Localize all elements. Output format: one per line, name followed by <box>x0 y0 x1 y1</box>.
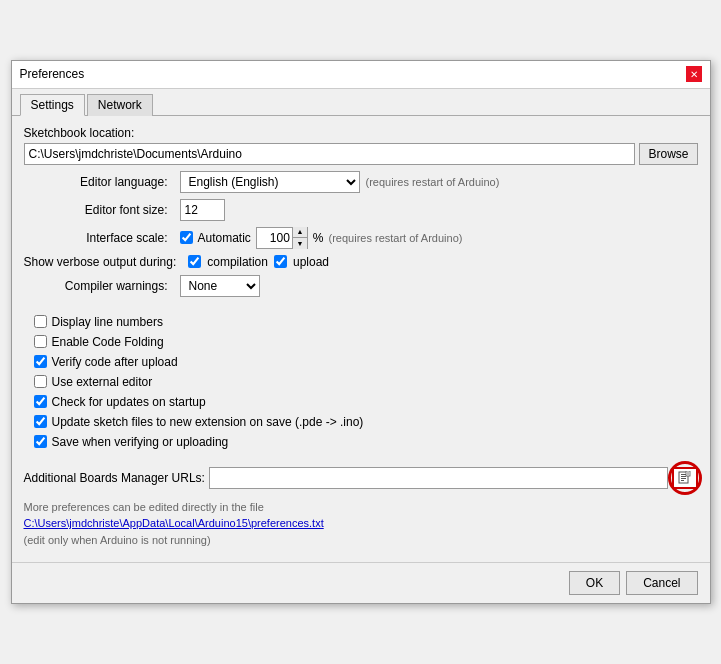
settings-content: Sketchbook location: Browse Editor langu… <box>12 116 710 559</box>
editor-font-input[interactable] <box>180 199 225 221</box>
tab-network[interactable]: Network <box>87 94 153 116</box>
interface-scale-label: Interface scale: <box>24 231 174 245</box>
verify-upload-row: Verify code after upload <box>24 355 698 369</box>
update-sketch-checkbox[interactable] <box>34 415 47 428</box>
code-folding-checkbox[interactable] <box>34 335 47 348</box>
additional-urls-button[interactable] <box>672 467 698 489</box>
pref-line1: More preferences can be edited directly … <box>24 499 698 516</box>
editor-font-label: Editor font size: <box>24 203 174 217</box>
save-verifying-label: Save when verifying or uploading <box>52 435 229 449</box>
save-verifying-row: Save when verifying or uploading <box>24 435 698 449</box>
close-button[interactable]: ✕ <box>686 66 702 82</box>
compilation-label: compilation <box>207 255 268 269</box>
spin-down-button[interactable]: ▼ <box>293 238 307 249</box>
urls-wrapper <box>209 467 698 489</box>
sketchbook-section: Sketchbook location: Browse <box>24 126 698 165</box>
scale-input[interactable] <box>257 228 292 248</box>
ok-button[interactable]: OK <box>569 571 620 595</box>
display-line-checkbox[interactable] <box>34 315 47 328</box>
dialog-title: Preferences <box>20 67 85 81</box>
check-updates-row: Check for updates on startup <box>24 395 698 409</box>
tabs-bar: Settings Network <box>12 89 710 116</box>
scale-unit: % <box>313 231 324 245</box>
sketchbook-label: Sketchbook location: <box>24 126 698 140</box>
title-bar: Preferences ✕ <box>12 61 710 89</box>
external-editor-row: Use external editor <box>24 375 698 389</box>
editor-language-note: (requires restart of Arduino) <box>366 176 500 188</box>
code-folding-row: Enable Code Folding <box>24 335 698 349</box>
display-line-row: Display line numbers <box>24 315 698 329</box>
pref-line3: (edit only when Arduino is not running) <box>24 532 698 549</box>
sketchbook-input-row: Browse <box>24 143 698 165</box>
upload-checkbox[interactable] <box>274 255 287 268</box>
scale-controls: Automatic ▲ ▼ % (requires restart of Ard… <box>180 227 463 249</box>
editor-language-row: Editor language: English (English) (requ… <box>24 171 698 193</box>
code-folding-label: Enable Code Folding <box>52 335 164 349</box>
update-sketch-row: Update sketch files to new extension on … <box>24 415 698 429</box>
pref-file-info: More preferences can be edited directly … <box>24 495 698 549</box>
editor-font-row: Editor font size: <box>24 199 698 221</box>
verify-upload-label: Verify code after upload <box>52 355 178 369</box>
preferences-dialog: Preferences ✕ Settings Network Sketchboo… <box>11 60 711 605</box>
cancel-button[interactable]: Cancel <box>626 571 697 595</box>
svg-rect-2 <box>681 476 686 477</box>
additional-urls-row: Additional Boards Manager URLs: <box>24 467 698 489</box>
verify-upload-checkbox[interactable] <box>34 355 47 368</box>
external-editor-checkbox[interactable] <box>34 375 47 388</box>
browse-button[interactable]: Browse <box>639 143 697 165</box>
spin-buttons: ▲ ▼ <box>292 227 307 249</box>
pref-file-path[interactable]: C:\Users\jmdchriste\AppData\Local\Arduin… <box>24 515 698 532</box>
interface-scale-row: Interface scale: Automatic ▲ ▼ % (requir… <box>24 227 698 249</box>
compilation-checkbox[interactable] <box>188 255 201 268</box>
verbose-label: Show verbose output during: <box>24 255 183 269</box>
spin-up-button[interactable]: ▲ <box>293 227 307 238</box>
compiler-warnings-label: Compiler warnings: <box>24 279 174 293</box>
additional-urls-label: Additional Boards Manager URLs: <box>24 471 205 485</box>
automatic-label: Automatic <box>198 231 251 245</box>
compiler-warnings-select[interactable]: None Default More All <box>180 275 260 297</box>
check-updates-checkbox[interactable] <box>34 395 47 408</box>
compiler-warnings-row: Compiler warnings: None Default More All <box>24 275 698 297</box>
tab-settings[interactable]: Settings <box>20 94 85 116</box>
check-updates-label: Check for updates on startup <box>52 395 206 409</box>
editor-language-select[interactable]: English (English) <box>180 171 360 193</box>
update-sketch-label: Update sketch files to new extension on … <box>52 415 364 429</box>
external-editor-label: Use external editor <box>52 375 153 389</box>
svg-rect-3 <box>681 478 686 479</box>
automatic-checkbox[interactable] <box>180 231 193 244</box>
scale-spinner: ▲ ▼ <box>256 227 308 249</box>
editor-language-label: Editor language: <box>24 175 174 189</box>
additional-urls-input[interactable] <box>209 467 668 489</box>
dialog-footer: OK Cancel <box>12 562 710 603</box>
display-line-label: Display line numbers <box>52 315 163 329</box>
verbose-row: Show verbose output during: compilation … <box>24 255 698 269</box>
sketchbook-input[interactable] <box>24 143 636 165</box>
url-edit-icon <box>678 471 692 485</box>
upload-label: upload <box>293 255 329 269</box>
scale-note: (requires restart of Arduino) <box>329 232 463 244</box>
save-verifying-checkbox[interactable] <box>34 435 47 448</box>
svg-rect-1 <box>681 474 686 475</box>
svg-rect-4 <box>681 480 684 481</box>
